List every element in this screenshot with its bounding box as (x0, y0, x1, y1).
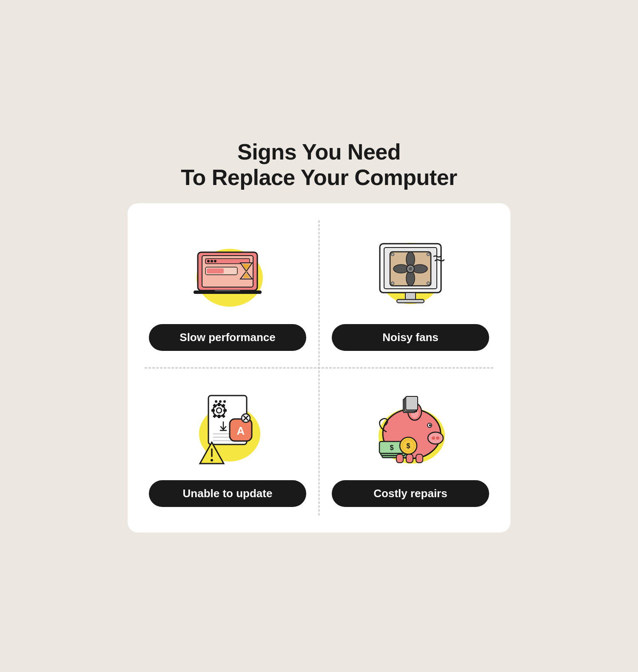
svg-rect-41 (218, 403, 220, 406)
svg-rect-84 (416, 454, 423, 463)
svg-rect-17 (215, 290, 240, 291)
svg-point-28 (391, 253, 394, 256)
divider-horizontal (145, 367, 493, 368)
svg-point-5 (211, 260, 213, 262)
slow-performance-illustration (185, 229, 270, 314)
svg-point-30 (391, 282, 394, 285)
svg-rect-43 (223, 409, 227, 412)
unable-to-update-icon-area: A (185, 385, 270, 470)
svg-rect-8 (207, 268, 224, 273)
svg-rect-83 (406, 454, 413, 463)
cell-noisy-fans: Noisy fans (319, 212, 502, 368)
svg-point-6 (214, 260, 216, 262)
unable-to-update-label: Unable to update (149, 480, 306, 507)
svg-rect-82 (396, 454, 403, 463)
svg-point-27 (409, 267, 412, 271)
svg-text:$: $ (407, 442, 410, 450)
cell-unable-to-update: A Unable to update (136, 368, 319, 524)
svg-point-29 (427, 253, 430, 256)
noisy-fans-icon-area (368, 229, 453, 314)
svg-point-65 (432, 436, 435, 440)
svg-point-68 (429, 424, 431, 426)
svg-point-61 (211, 459, 213, 461)
svg-point-38 (223, 400, 226, 403)
noisy-fans-label: Noisy fans (332, 324, 489, 351)
svg-rect-42 (218, 415, 220, 418)
page-wrapper: Signs You Need To Replace Your Computer (128, 140, 510, 532)
costly-repairs-label: Costly repairs (332, 480, 489, 507)
noisy-fans-illustration (368, 229, 453, 314)
grid: Slow performance (136, 212, 502, 524)
svg-text:$: $ (390, 444, 394, 451)
svg-rect-44 (211, 409, 215, 412)
svg-point-66 (436, 436, 439, 440)
cell-slow-performance: Slow performance (136, 212, 319, 368)
svg-point-15 (246, 271, 247, 272)
costly-repairs-illustration: $ $ (366, 383, 455, 472)
costly-repairs-icon-area: $ $ (368, 385, 453, 470)
svg-text:A: A (237, 424, 245, 437)
svg-rect-81 (406, 396, 418, 410)
page-title: Signs You Need To Replace Your Computer (181, 140, 457, 191)
svg-rect-33 (397, 299, 424, 303)
slow-performance-label: Slow performance (149, 324, 306, 351)
slow-performance-icon-area (185, 229, 270, 314)
svg-point-64 (428, 432, 443, 444)
unable-to-update-illustration: A (183, 383, 272, 472)
svg-point-31 (427, 282, 430, 285)
svg-point-4 (207, 260, 210, 262)
card: Slow performance (128, 203, 510, 532)
svg-point-37 (219, 400, 222, 403)
svg-point-36 (215, 400, 217, 403)
cell-costly-repairs: $ $ Costly repair (319, 368, 502, 524)
